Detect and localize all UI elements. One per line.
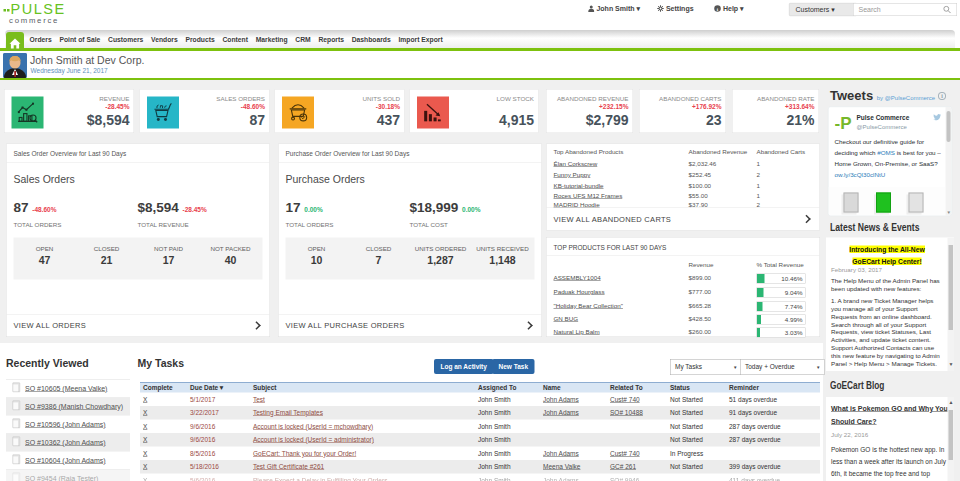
svg-text:i: i [941, 93, 943, 99]
svg-text:-P: -P [835, 114, 852, 133]
